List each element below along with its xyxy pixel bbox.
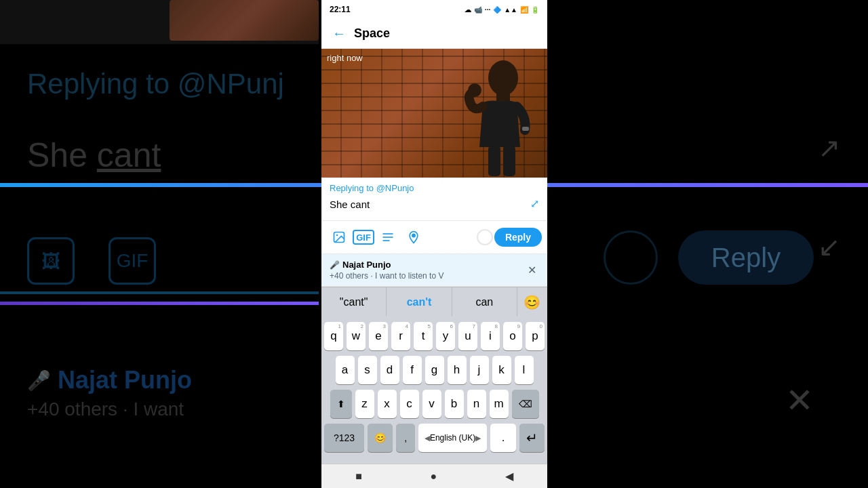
phone-nav-square[interactable]: ■	[355, 470, 362, 483]
autocorrect-option-1[interactable]: "cant"	[321, 287, 387, 317]
key-period[interactable]: .	[490, 424, 516, 452]
gif-toolbar-icon[interactable]: GIF	[353, 230, 374, 245]
keyboard-row-2: a s d f g h j k l	[324, 356, 545, 384]
image-toolbar-icon[interactable]	[327, 225, 351, 249]
keyboard-row-3: ⬆ z x c v b n m ⌫	[324, 390, 545, 418]
space-mic-icon: 🎤	[330, 260, 340, 270]
character-count-circle	[477, 229, 493, 245]
bg-divider-top	[0, 291, 319, 294]
key-i[interactable]: 8i	[481, 322, 500, 350]
bg-she-cant-text: She cant	[27, 136, 161, 175]
key-f[interactable]: f	[403, 356, 422, 384]
key-b[interactable]: b	[445, 390, 464, 418]
key-r[interactable]: 4r	[391, 322, 410, 350]
phone-screen: 22:11 ☁ 📹 ··· 🔷 ▲▲ 📶 🔋 ← Space right now	[321, 0, 547, 488]
key-return[interactable]: ↵	[519, 424, 545, 452]
svg-point-7	[336, 235, 338, 237]
nav-bar: ← Space	[321, 19, 547, 49]
bg-najat-section: 🎤 Najat Punjo +40 others · I want	[0, 352, 319, 434]
status-bar: 22:11 ☁ 📹 ··· 🔷 ▲▲ 📶 🔋	[321, 0, 547, 19]
bg-najat-name: 🎤 Najat Punjo	[27, 366, 319, 394]
bluetooth-icon: 🔷	[493, 6, 501, 14]
battery-icon: 🔋	[531, 6, 539, 14]
svg-rect-5	[503, 146, 515, 176]
key-comma[interactable]: ,	[396, 424, 415, 452]
key-z[interactable]: z	[355, 390, 374, 418]
key-t[interactable]: 5t	[414, 322, 433, 350]
key-e[interactable]: 3e	[369, 322, 388, 350]
bg-image-icon: 🖼	[27, 237, 75, 285]
key-y[interactable]: 6y	[436, 322, 455, 350]
key-a[interactable]: a	[336, 356, 355, 384]
reply-compose-area: Replying to @NPunjo She cant ⤢	[321, 178, 547, 221]
location-toolbar-icon[interactable]	[401, 225, 426, 249]
replying-to-label: Replying to @NPunjo	[330, 183, 539, 193]
list-toolbar-icon[interactable]	[376, 225, 400, 249]
status-icons: ☁ 📹 ··· 🔷 ▲▲ 📶 🔋	[465, 6, 539, 14]
autocorrect-option-2[interactable]: can't	[387, 287, 452, 317]
key-l[interactable]: l	[515, 356, 534, 384]
space-notif-content: 🎤 Najat Punjo +40 others · I want to lis…	[330, 260, 525, 281]
space-notif-subtitle: +40 others · I want to listen to V	[330, 271, 525, 281]
key-u[interactable]: 7u	[458, 322, 477, 350]
key-v[interactable]: v	[422, 390, 441, 418]
bg-expand-arrows: ↗ ↙	[818, 132, 841, 262]
expand-icon[interactable]: ⤢	[530, 197, 539, 210]
key-m[interactable]: m	[490, 390, 509, 418]
svg-rect-4	[488, 146, 500, 176]
key-shift[interactable]: ⬆	[330, 390, 352, 418]
svg-point-0	[488, 60, 518, 96]
keyboard: 1q 2w 3e 4r 5t 6y 7u 8i 9o 0p a s d f g …	[321, 317, 547, 464]
key-p[interactable]: 0p	[526, 322, 545, 350]
autocorrect-option-3[interactable]: can	[452, 287, 517, 317]
svg-rect-3	[522, 127, 529, 131]
tweet-image-area: right now	[321, 49, 547, 178]
bg-gif-icon: GIF	[108, 237, 156, 285]
phone-nav-circle[interactable]: ●	[430, 470, 437, 483]
reply-input-row: She cant ⤢	[330, 197, 539, 216]
key-q[interactable]: 1q	[324, 322, 343, 350]
key-x[interactable]: x	[378, 390, 397, 418]
video-icon: 📹	[474, 6, 482, 14]
svg-point-2	[468, 83, 481, 97]
bg-replying-text: Replying to @NPunj	[27, 68, 284, 100]
reply-button[interactable]: Reply	[494, 228, 542, 247]
space-close-button[interactable]: ✕	[525, 261, 539, 279]
key-h[interactable]: h	[448, 356, 467, 384]
phone-bottom-nav: ■ ● ◀	[321, 464, 547, 488]
tweet-image-bg: right now	[321, 49, 547, 178]
key-d[interactable]: d	[380, 356, 399, 384]
bg-najat-subtitle: +40 others · I want	[27, 399, 319, 420]
key-j[interactable]: j	[470, 356, 489, 384]
key-c[interactable]: c	[400, 390, 419, 418]
autocorrect-emoji-button[interactable]: 😊	[517, 287, 547, 317]
svg-point-11	[412, 234, 415, 237]
key-g[interactable]: g	[425, 356, 444, 384]
signal-icon: ▲▲	[504, 6, 517, 14]
key-n[interactable]: n	[467, 390, 486, 418]
keyboard-row-4: ?123 😊 , ◀ English (UK) ▶ . ↵	[324, 424, 545, 452]
back-button[interactable]: ←	[332, 26, 346, 41]
key-w[interactable]: 2w	[347, 322, 366, 350]
key-num[interactable]: ?123	[324, 424, 364, 452]
key-k[interactable]: k	[492, 356, 511, 384]
bg-close-icon: ✕	[785, 381, 814, 420]
key-backspace[interactable]: ⌫	[512, 390, 539, 418]
key-space[interactable]: ◀ English (UK) ▶	[418, 424, 487, 452]
cloud-icon: ☁	[465, 6, 471, 14]
nav-title: Space	[354, 26, 390, 41]
key-o[interactable]: 9o	[503, 322, 522, 350]
space-notification-bar: 🎤 Najat Punjo +40 others · I want to lis…	[321, 254, 547, 287]
phone-nav-back[interactable]: ◀	[505, 470, 513, 483]
reply-text-input[interactable]: She cant	[330, 197, 525, 216]
compose-toolbar: GIF Reply	[321, 221, 547, 254]
bg-circle-icon	[604, 230, 658, 285]
status-time: 22:11	[330, 5, 351, 14]
key-s[interactable]: s	[358, 356, 377, 384]
bg-reply-button: Reply	[678, 230, 814, 285]
autocorrect-bar: "cant" can't can 😊	[321, 287, 547, 317]
wifi-icon: 📶	[520, 6, 528, 14]
bg-purple-bar	[0, 302, 319, 305]
bg-toolbar-icons: 🖼 GIF	[27, 237, 156, 285]
key-emoji[interactable]: 😊	[368, 424, 393, 452]
